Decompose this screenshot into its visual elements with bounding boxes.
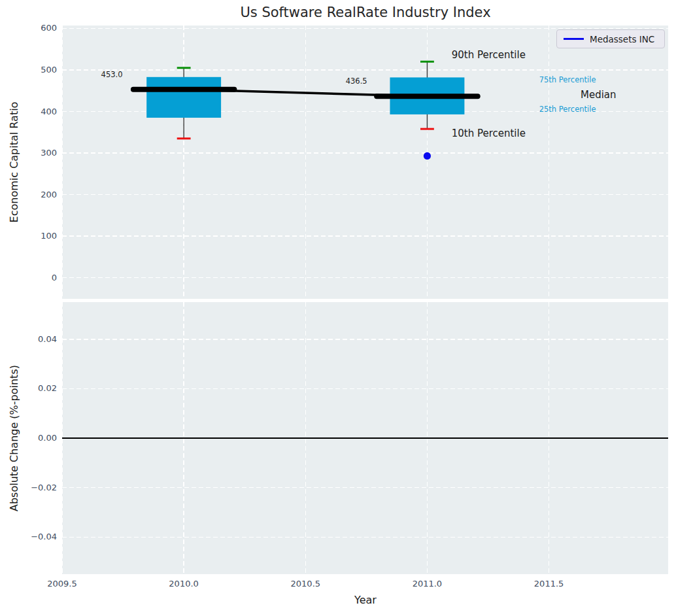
y-tick-label: 200 <box>10 189 57 201</box>
annotation: 436.5 <box>346 77 367 86</box>
gridline-horizontal <box>62 339 668 340</box>
annotation: 10th Percentile <box>452 128 526 139</box>
y-tick-label: 0 <box>10 272 57 284</box>
y-tick-label: 0.02 <box>10 383 57 394</box>
figure: Us Software RealRate Industry Index Econ… <box>0 0 676 616</box>
annotation: 453.0 <box>101 70 123 79</box>
annotation: 25th Percentile <box>539 105 596 114</box>
y-tick-label: 100 <box>10 230 57 242</box>
y-tick-label: −0.02 <box>10 482 57 494</box>
legend-label: Medassets INC <box>590 34 654 44</box>
y-tick-label: 300 <box>10 147 57 159</box>
annotation: 90th Percentile <box>452 49 526 61</box>
gridline-horizontal <box>62 388 668 390</box>
legend: Medassets INC <box>556 29 665 48</box>
company-data-point <box>424 152 431 160</box>
chart-title: Us Software RealRate Industry Index <box>240 5 490 20</box>
zero-line <box>62 437 668 439</box>
x-tick-label: 2011.5 <box>520 578 579 590</box>
x-tick-label: 2010.5 <box>276 578 335 590</box>
x-tick-label: 2010.0 <box>154 578 213 590</box>
x-axis-label: Year <box>354 594 377 606</box>
annotation: 75th Percentile <box>539 75 596 84</box>
y-tick-label: 600 <box>10 22 57 34</box>
boxplot-canvas <box>62 26 668 299</box>
y-tick-label: 500 <box>10 64 57 76</box>
gridline-horizontal <box>62 537 668 538</box>
legend-line-swatch <box>564 38 584 40</box>
gridline-horizontal <box>62 487 668 488</box>
axes-bottom <box>62 302 668 574</box>
x-tick-label: 2009.5 <box>33 578 92 590</box>
box-iqr <box>146 77 221 118</box>
axes-top <box>62 26 668 299</box>
y-tick-label: 0.04 <box>10 334 57 345</box>
y-tick-label: −0.04 <box>10 531 57 543</box>
x-tick-label: 2011.0 <box>397 578 456 590</box>
y-axis-label-top: Economic Capital Ratio <box>8 102 20 223</box>
y-tick-label: 0.00 <box>10 432 57 444</box>
y-tick-label: 400 <box>10 106 57 118</box>
annotation: Median <box>581 89 617 101</box>
